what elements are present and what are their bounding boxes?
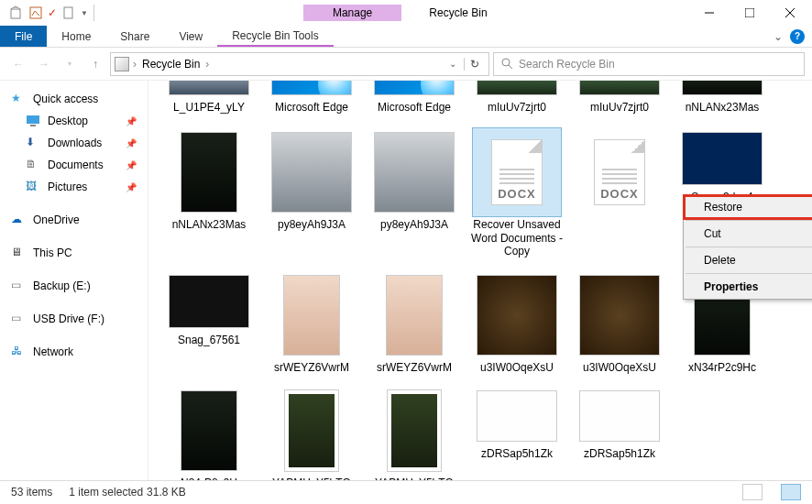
file-item[interactable]: srWEYZ6VwrM <box>365 271 464 374</box>
details-view-button[interactable] <box>742 484 763 500</box>
file-item[interactable]: nNLANx23Mas <box>673 81 772 114</box>
file-item[interactable]: xN34rP2c9Hc <box>159 387 258 480</box>
file-item[interactable]: Microsoft Edge <box>365 81 464 114</box>
search-placeholder: Search Recycle Bin <box>519 58 615 71</box>
network-icon: 🖧 <box>11 345 26 359</box>
docx-icon: DOCX <box>491 139 543 205</box>
svg-rect-1 <box>30 7 41 18</box>
file-item[interactable]: nNLANx23Mas <box>159 128 258 257</box>
ribbon-context-label: Manage <box>303 5 401 21</box>
pictures-icon: 🖼 <box>26 180 40 194</box>
context-menu: Restore Cut Delete Properties <box>683 194 812 300</box>
file-item-selected[interactable]: DOCXRecover Unsaved Word Documents - Cop… <box>467 128 566 257</box>
qat-chevron[interactable]: ✓ <box>48 6 57 19</box>
nav-up-button[interactable]: ↑ <box>84 53 106 75</box>
ctx-restore[interactable]: Restore <box>684 195 812 219</box>
file-tab[interactable]: File <box>0 26 47 47</box>
sidebar-network[interactable]: 🖧Network <box>0 341 148 363</box>
nav-recent-dropdown[interactable]: ▾ <box>59 53 81 75</box>
sidebar-quick-access[interactable]: ★Quick access <box>0 88 148 110</box>
nav-back-button[interactable]: ← <box>7 53 29 75</box>
star-icon: ★ <box>11 92 26 106</box>
crumb-recycle-bin[interactable]: Recycle Bin <box>140 58 202 71</box>
status-size: 31.8 KB <box>147 486 186 499</box>
refresh-icon[interactable]: ↻ <box>464 58 485 71</box>
file-item[interactable]: mIuUv7zjrt0 <box>570 81 669 114</box>
pin-icon: 📌 <box>126 116 137 126</box>
file-item[interactable]: YAPMHyY5bTQ <box>262 387 361 480</box>
file-item[interactable]: u3IW0OqeXsU <box>467 271 566 374</box>
file-item[interactable]: L_U1PE4_yLY <box>159 81 258 114</box>
usb-icon: ▭ <box>11 312 26 326</box>
tab-home[interactable]: Home <box>47 26 105 47</box>
sidebar-backup-drive[interactable]: ▭Backup (E:) <box>0 275 148 297</box>
cloud-icon: ☁ <box>11 213 26 227</box>
desktop-icon <box>26 114 40 128</box>
maximize-button[interactable] <box>730 0 770 26</box>
ctx-properties[interactable]: Properties <box>684 275 812 299</box>
sidebar-this-pc[interactable]: 🖥This PC <box>0 242 148 264</box>
file-item[interactable]: Snag_67561 <box>159 271 258 374</box>
file-list[interactable]: L_U1PE4_yLY Microsoft Edge Microsoft Edg… <box>148 81 812 480</box>
nav-forward-button[interactable]: → <box>33 53 55 75</box>
file-item[interactable]: srWEYZ6VwrM <box>262 271 361 374</box>
address-dropdown-icon[interactable]: ⌄ <box>449 59 456 69</box>
tab-view[interactable]: View <box>164 26 217 47</box>
tab-recycle-bin-tools[interactable]: Recycle Bin Tools <box>217 26 334 47</box>
sidebar-desktop[interactable]: Desktop📌 <box>0 110 148 132</box>
nav-pane: ★Quick access Desktop📌 ⬇Downloads📌 🗎Docu… <box>0 81 148 480</box>
pin-icon: 📌 <box>126 182 137 192</box>
file-item[interactable]: Microsoft Edge <box>262 81 361 114</box>
pc-icon: 🖥 <box>11 246 26 260</box>
docx-icon: DOCX <box>594 139 645 205</box>
sidebar-onedrive[interactable]: ☁OneDrive <box>0 209 148 231</box>
crumb-sep[interactable]: › <box>205 58 209 71</box>
pin-icon: 📌 <box>126 138 137 148</box>
help-icon[interactable]: ? <box>790 29 805 44</box>
minimize-button[interactable] <box>689 0 730 26</box>
status-bar: 53 items 1 item selected 31.8 KB <box>0 480 812 502</box>
window-title: Recycle Bin <box>429 6 487 19</box>
file-item[interactable]: zDRSap5h1Zk <box>570 387 669 480</box>
ctx-separator <box>686 247 812 247</box>
drive-icon: ▭ <box>11 279 26 293</box>
icons-view-button[interactable] <box>781 484 801 500</box>
new-doc-icon[interactable] <box>60 5 77 21</box>
address-bar[interactable]: › Recycle Bin › ⌄ ↻ <box>110 52 489 76</box>
file-item[interactable]: mIuUv7zjrt0 <box>467 81 566 114</box>
sidebar-usb-drive[interactable]: ▭USB Drive (F:) <box>0 308 148 330</box>
close-button[interactable] <box>770 0 810 26</box>
quick-access-toolbar: ✓ ▼ <box>2 5 102 21</box>
sidebar-pictures[interactable]: 🖼Pictures📌 <box>0 176 148 198</box>
file-item[interactable]: YAPMHyY5bTQ <box>365 387 464 480</box>
document-icon: 🗎 <box>26 158 40 172</box>
status-selected: 1 item selected <box>69 486 143 499</box>
svg-rect-0 <box>11 9 20 18</box>
svg-rect-4 <box>745 8 754 17</box>
nav-bar: ← → ▾ ↑ › Recycle Bin › ⌄ ↻ Search Recyc… <box>0 48 812 81</box>
properties-icon[interactable] <box>27 5 44 21</box>
status-item-count: 53 items <box>11 486 52 499</box>
tab-share[interactable]: Share <box>105 26 164 47</box>
crumb-sep: › <box>133 58 137 71</box>
svg-rect-9 <box>27 115 39 124</box>
sidebar-downloads[interactable]: ⬇Downloads📌 <box>0 132 148 154</box>
download-icon: ⬇ <box>26 136 40 150</box>
file-item[interactable]: py8eyAh9J3A <box>262 128 361 257</box>
svg-rect-2 <box>64 7 72 18</box>
file-item[interactable]: DOCX <box>570 128 669 257</box>
file-item[interactable]: py8eyAh9J3A <box>365 128 464 257</box>
ctx-cut[interactable]: Cut <box>684 222 812 246</box>
titlebar: ✓ ▼ Manage Recycle Bin <box>0 0 812 26</box>
recycle-bin-icon[interactable] <box>7 5 24 21</box>
qat-dropdown[interactable]: ▼ <box>81 9 88 17</box>
ctx-separator <box>686 273 812 274</box>
ribbon-expand-icon[interactable]: ⌄ <box>774 30 783 43</box>
file-item[interactable]: zDRSap5h1Zk <box>467 387 566 480</box>
file-item[interactable]: u3IW0OqeXsU <box>570 271 669 374</box>
ribbon-tabs: File Home Share View Recycle Bin Tools ⌄… <box>0 26 812 48</box>
recycle-bin-addr-icon <box>115 57 129 71</box>
ctx-delete[interactable]: Delete <box>684 248 812 272</box>
search-box[interactable]: Search Recycle Bin <box>493 52 805 76</box>
sidebar-documents[interactable]: 🗎Documents📌 <box>0 154 148 176</box>
